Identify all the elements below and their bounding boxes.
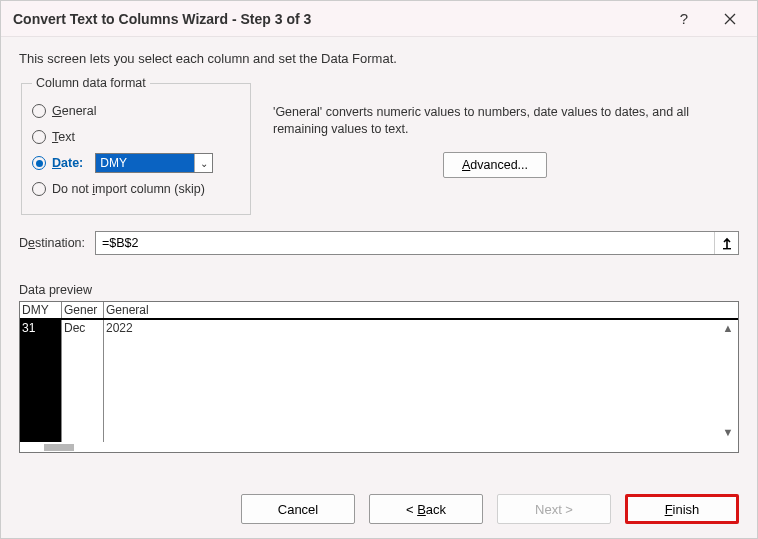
radio-text[interactable]: Text [32,124,240,150]
radio-label-skip: Do not import column (skip) [52,182,205,196]
group-legend: Column data format [32,76,150,90]
window-title: Convert Text to Columns Wizard - Step 3 … [13,11,661,27]
finish-button[interactable]: Finish [625,494,739,524]
destination-input[interactable] [96,232,714,254]
help-button[interactable]: ? [661,3,707,35]
button-bar: Cancel < Back Next > Finish [1,484,757,538]
upper-panel: Column data format General Text Date: DM… [19,76,739,215]
collapse-icon [720,236,734,250]
radio-icon [32,104,46,118]
hscroll-thumb[interactable] [44,444,74,451]
cancel-button[interactable]: Cancel [241,494,355,524]
radio-label-general: General [52,104,96,118]
preview-col-selected[interactable]: 31 [20,320,62,442]
preview-header: DMY Gener General [20,302,738,320]
advanced-button[interactable]: Advanced... [443,152,547,178]
help-text: 'General' converts numeric values to num… [273,104,739,138]
close-icon [724,13,736,25]
dialog-body: This screen lets you select each column … [1,37,757,484]
col-header[interactable]: General [104,302,174,318]
column-format-group: Column data format General Text Date: DM… [21,76,251,215]
destination-label: Destination: [19,236,85,250]
description-text: This screen lets you select each column … [19,51,739,66]
close-button[interactable] [707,3,753,35]
wizard-dialog: Convert Text to Columns Wizard - Step 3 … [0,0,758,539]
radio-skip[interactable]: Do not import column (skip) [32,176,240,202]
radio-label-date: Date: [52,156,83,170]
scroll-down-icon[interactable]: ▼ [720,424,736,440]
radio-date[interactable]: Date: DMY ⌄ [32,150,240,176]
col-header[interactable]: DMY [20,302,62,318]
date-format-dropdown[interactable]: DMY ⌄ [95,153,213,173]
preview-col[interactable]: 2022 [104,320,174,442]
svg-rect-0 [723,248,731,249]
radio-icon [32,130,46,144]
range-selector-button[interactable] [714,232,738,254]
destination-row: Destination: [19,231,739,255]
help-panel: 'General' converts numeric values to num… [273,76,739,178]
radio-icon [32,156,46,170]
col-header[interactable]: Gener [62,302,104,318]
dropdown-value: DMY [96,154,194,172]
chevron-down-icon: ⌄ [194,154,212,172]
next-button: Next > [497,494,611,524]
hscroll-track[interactable] [20,442,738,452]
preview-box: DMY Gener General 31 Dec 2022 ▲ ▼ [19,301,739,453]
scroll-up-icon[interactable]: ▲ [720,320,736,336]
back-button[interactable]: < Back [369,494,483,524]
title-bar: Convert Text to Columns Wizard - Step 3 … [1,1,757,37]
preview-label: Data preview [19,283,739,297]
destination-input-wrap [95,231,739,255]
radio-icon [32,182,46,196]
preview-body: 31 Dec 2022 [20,320,738,442]
preview-col[interactable]: Dec [62,320,104,442]
radio-label-text: Text [52,130,75,144]
radio-general[interactable]: General [32,98,240,124]
